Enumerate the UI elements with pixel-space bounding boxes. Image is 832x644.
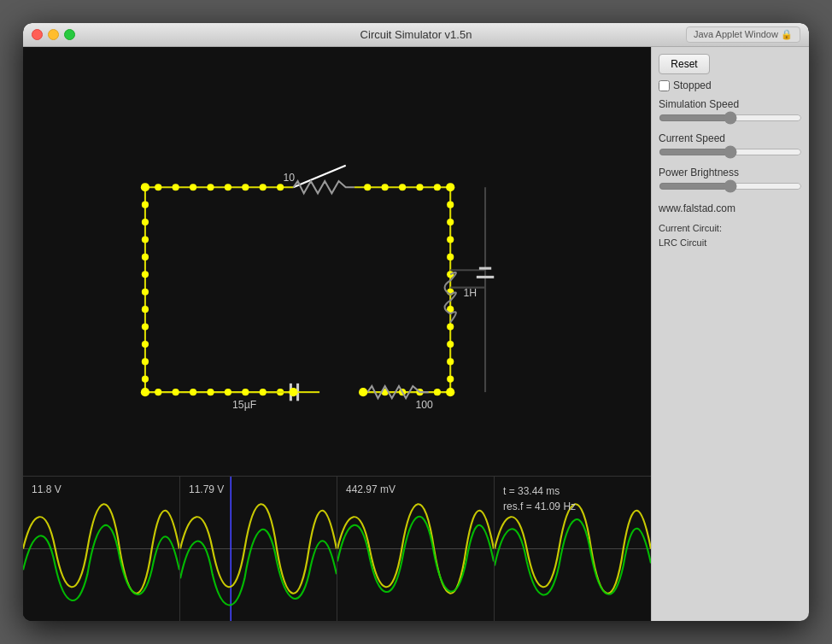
- svg-point-68: [141, 183, 149, 191]
- scope-panel-1-label: 11.8 V: [32, 483, 62, 495]
- svg-point-54: [434, 389, 441, 395]
- svg-point-23: [142, 236, 149, 243]
- scope-panel-3: 442.97 mV: [337, 477, 495, 621]
- svg-point-22: [142, 219, 149, 225]
- svg-point-11: [207, 184, 214, 190]
- svg-text:15µF: 15µF: [232, 399, 256, 411]
- svg-point-39: [447, 323, 454, 330]
- circuit-name: LRC Circuit: [659, 236, 802, 250]
- svg-point-30: [142, 358, 149, 365]
- maximize-button[interactable]: [64, 29, 75, 40]
- svg-point-70: [446, 183, 454, 191]
- svg-text:1H: 1H: [464, 287, 478, 299]
- svg-point-71: [446, 388, 454, 396]
- svg-point-9: [173, 184, 179, 190]
- title-bar: Circuit Simulator v1.5n Java Applet Wind…: [23, 23, 809, 47]
- power-brightness-slider[interactable]: [659, 180, 802, 192]
- svg-point-31: [142, 376, 149, 383]
- svg-point-47: [225, 389, 231, 395]
- scope-panel-2: 11.79 V: [180, 477, 337, 621]
- svg-point-45: [190, 389, 196, 395]
- svg-point-73: [359, 388, 367, 396]
- svg-point-40: [447, 341, 454, 348]
- svg-point-14: [260, 184, 267, 190]
- traffic-lights: [32, 29, 75, 40]
- svg-point-13: [242, 184, 249, 190]
- svg-point-12: [225, 184, 231, 190]
- svg-text:10: 10: [284, 172, 296, 184]
- svg-point-41: [447, 358, 454, 365]
- sim-speed-slider[interactable]: [659, 112, 802, 124]
- current-speed-slider[interactable]: [659, 146, 802, 158]
- minimize-button[interactable]: [48, 29, 59, 40]
- stopped-checkbox[interactable]: [659, 80, 670, 91]
- main-window: Circuit Simulator v1.5n Java Applet Wind…: [23, 23, 809, 621]
- stopped-row: Stopped: [659, 79, 802, 91]
- sim-speed-label: Simulation Speed: [659, 98, 802, 110]
- svg-point-10: [190, 184, 196, 190]
- java-applet-label: Java Applet Window 🔒: [686, 26, 800, 43]
- sidebar: Reset Stopped Simulation Speed Current S…: [651, 47, 809, 621]
- current-speed-label: Current Speed: [659, 132, 802, 144]
- circuit-svg: 10 1H 15µF 100: [23, 47, 651, 476]
- scope-panel-4: t = 33.44 ms res.f = 41.09 Hz: [495, 477, 651, 621]
- svg-point-21: [142, 202, 149, 208]
- svg-rect-0: [23, 52, 651, 471]
- svg-point-29: [142, 341, 149, 348]
- scope-time-info: t = 33.44 ms res.f = 41.09 Hz: [503, 483, 576, 514]
- close-button[interactable]: [32, 29, 43, 40]
- circuit-current-label: Current Circuit: LRC Circuit: [659, 221, 802, 249]
- svg-point-34: [447, 236, 454, 243]
- stopped-label: Stopped: [673, 79, 712, 91]
- scope-area: 11.8 V 11.79 V: [23, 476, 651, 621]
- scope-panel-3-label: 442.97 mV: [346, 483, 395, 495]
- window-title: Circuit Simulator v1.5n: [360, 28, 472, 41]
- svg-point-27: [142, 306, 149, 313]
- scope-freq: res.f = 41.09 Hz: [503, 499, 576, 514]
- svg-point-25: [142, 271, 149, 278]
- svg-point-48: [242, 389, 249, 395]
- svg-point-17: [382, 184, 389, 190]
- svg-text:100: 100: [415, 399, 433, 411]
- simulator-area: 10 1H 15µF 100: [23, 47, 651, 621]
- svg-point-8: [155, 184, 161, 190]
- svg-point-19: [416, 184, 423, 190]
- svg-point-35: [447, 254, 454, 261]
- svg-point-46: [207, 389, 214, 395]
- svg-point-72: [289, 388, 297, 396]
- circuit-label-header: Current Circuit:: [659, 221, 802, 236]
- svg-point-16: [364, 184, 371, 190]
- svg-point-44: [173, 389, 179, 395]
- svg-point-28: [142, 323, 149, 330]
- circuit-canvas[interactable]: 10 1H 15µF 100: [23, 47, 651, 476]
- content-area: 10 1H 15µF 100: [23, 47, 809, 621]
- svg-point-49: [260, 389, 267, 395]
- svg-point-18: [399, 184, 406, 190]
- svg-point-24: [142, 254, 149, 261]
- svg-point-43: [155, 389, 161, 395]
- svg-point-32: [447, 202, 454, 208]
- scope-time: t = 33.44 ms: [503, 483, 576, 499]
- svg-point-26: [142, 289, 149, 296]
- svg-point-42: [447, 376, 454, 383]
- reset-button[interactable]: Reset: [659, 54, 710, 74]
- svg-point-15: [277, 184, 284, 190]
- power-brightness-label: Power Brightness: [659, 167, 802, 179]
- svg-point-20: [434, 184, 441, 190]
- website-link[interactable]: www.falstad.com: [659, 202, 802, 214]
- svg-point-33: [447, 219, 454, 225]
- scope-panel-1: 11.8 V: [23, 477, 180, 621]
- scope-panel-2-label: 11.79 V: [189, 483, 224, 495]
- svg-point-69: [141, 388, 149, 396]
